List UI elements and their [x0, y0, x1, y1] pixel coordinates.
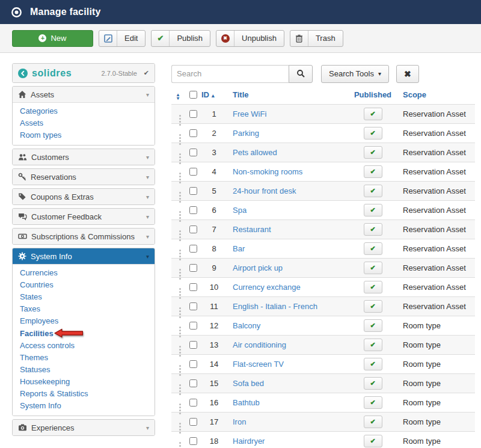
row-title-link[interactable]: Sofa bed: [233, 379, 264, 388]
sidebar-section-reservations[interactable]: Reservations▾: [13, 169, 155, 185]
drag-handle-icon[interactable]: [179, 134, 181, 136]
published-toggle-button[interactable]: ✔: [364, 358, 382, 370]
drag-handle-icon[interactable]: [179, 288, 181, 290]
column-sort-published[interactable]: Published: [354, 90, 391, 99]
sidebar-section-customers[interactable]: Customers▾: [13, 149, 155, 165]
row-checkbox[interactable]: [189, 206, 197, 214]
sidebar-item-employees[interactable]: Employees: [13, 315, 155, 327]
published-toggle-button[interactable]: ✔: [364, 108, 382, 120]
row-title-link[interactable]: Flat-screen TV: [233, 360, 284, 369]
row-title-link[interactable]: Non-smoking rooms: [233, 167, 302, 176]
row-checkbox[interactable]: [189, 341, 197, 349]
unpublish-button[interactable]: ✖ Unpublish: [216, 30, 284, 47]
sidebar-item-taxes[interactable]: Taxes: [13, 303, 155, 315]
column-sort-id[interactable]: ID▴: [201, 90, 215, 99]
sidebar-section-subscriptions-commissions[interactable]: Subscriptions & Commissions▾: [13, 229, 155, 244]
drag-handle-icon[interactable]: [179, 346, 181, 348]
sidebar-section-coupons-extras[interactable]: Coupons & Extras▾: [13, 189, 155, 204]
row-title-link[interactable]: Air conditioning: [233, 340, 286, 349]
search-input[interactable]: [171, 65, 289, 83]
sidebar-item-statuses[interactable]: Statuses: [13, 364, 155, 376]
drag-handle-icon[interactable]: [179, 423, 181, 425]
clear-search-button[interactable]: ✖: [396, 65, 419, 83]
row-checkbox[interactable]: [189, 437, 197, 445]
published-toggle-button[interactable]: ✔: [364, 146, 382, 159]
row-checkbox[interactable]: [189, 360, 197, 368]
row-checkbox[interactable]: [189, 110, 197, 118]
row-checkbox[interactable]: [189, 418, 197, 426]
row-checkbox[interactable]: [189, 129, 197, 137]
search-tools-button[interactable]: Search Tools ▾: [321, 65, 389, 83]
drag-handle-icon[interactable]: [179, 404, 181, 405]
published-toggle-button[interactable]: ✔: [364, 262, 382, 274]
row-checkbox[interactable]: [189, 245, 197, 253]
drag-handle-icon[interactable]: [179, 269, 181, 271]
row-title-link[interactable]: 24-hour front desk: [233, 186, 296, 195]
row-checkbox[interactable]: [189, 187, 197, 195]
drag-handle-icon[interactable]: [179, 115, 181, 117]
sidebar-item-room-types[interactable]: Room types: [13, 129, 155, 141]
published-toggle-button[interactable]: ✔: [364, 223, 382, 236]
row-checkbox[interactable]: [189, 379, 197, 387]
drag-handle-icon[interactable]: [179, 384, 181, 386]
drag-handle-icon[interactable]: [179, 307, 181, 309]
row-title-link[interactable]: Bathtub: [233, 398, 260, 407]
row-checkbox[interactable]: [189, 149, 197, 156]
published-toggle-button[interactable]: ✔: [364, 204, 382, 216]
sidebar-section-assets[interactable]: Assets▾: [13, 87, 155, 102]
row-checkbox[interactable]: [189, 226, 197, 233]
column-sort-title[interactable]: Title: [233, 90, 249, 99]
published-toggle-button[interactable]: ✔: [364, 242, 382, 255]
row-title-link[interactable]: Spa: [233, 206, 247, 215]
published-toggle-button[interactable]: ✔: [364, 185, 382, 197]
sidebar-item-assets[interactable]: Assets: [13, 117, 155, 129]
edit-button[interactable]: Edit: [99, 30, 146, 47]
row-title-link[interactable]: Free WiFi: [233, 109, 266, 118]
ordering-sort-icon[interactable]: ▴▾: [177, 93, 179, 100]
sidebar-item-currencies[interactable]: Currencies: [13, 267, 155, 279]
select-all-checkbox[interactable]: [189, 91, 197, 99]
row-title-link[interactable]: Parking: [233, 129, 259, 138]
row-title-link[interactable]: Hairdryer: [233, 437, 265, 446]
drag-handle-icon[interactable]: [179, 327, 181, 328]
row-checkbox[interactable]: [189, 302, 197, 310]
row-checkbox[interactable]: [189, 322, 197, 330]
trash-button[interactable]: Trash: [290, 30, 343, 47]
drag-handle-icon[interactable]: [179, 192, 181, 194]
publish-button[interactable]: ✔ Publish: [151, 30, 210, 47]
drag-handle-icon[interactable]: [179, 211, 181, 213]
drag-handle-icon[interactable]: [179, 442, 181, 444]
row-title-link[interactable]: Restaurant: [233, 225, 271, 234]
search-submit-button[interactable]: [289, 65, 313, 83]
row-title-link[interactable]: Currency exchange: [233, 283, 301, 292]
solidres-back-icon[interactable]: [18, 69, 28, 78]
row-checkbox[interactable]: [189, 264, 197, 272]
published-toggle-button[interactable]: ✔: [364, 416, 382, 428]
sidebar-item-categories[interactable]: Categories: [13, 105, 155, 117]
published-toggle-button[interactable]: ✔: [364, 319, 382, 332]
row-checkbox[interactable]: [189, 399, 197, 407]
published-toggle-button[interactable]: ✔: [364, 339, 382, 351]
drag-handle-icon[interactable]: [179, 250, 181, 251]
sidebar-item-reports-statistics[interactable]: Reports & Statistics: [13, 388, 155, 400]
row-title-link[interactable]: Bar: [233, 244, 245, 253]
row-title-link[interactable]: Airport pick up: [233, 263, 283, 272]
row-title-link[interactable]: English - Italian - French: [233, 302, 317, 311]
row-title-link[interactable]: Pets allowed: [233, 148, 277, 157]
row-title-link[interactable]: Balcony: [233, 321, 260, 330]
column-sort-scope[interactable]: Scope: [403, 90, 426, 99]
sidebar-item-states[interactable]: States: [13, 291, 155, 303]
sidebar-item-themes[interactable]: Themes: [13, 352, 155, 364]
published-toggle-button[interactable]: ✔: [364, 435, 382, 447]
drag-handle-icon[interactable]: [179, 173, 181, 174]
new-button[interactable]: + New: [12, 30, 93, 47]
sidebar-item-system-info[interactable]: System Info: [13, 400, 155, 412]
sidebar-section-system-info[interactable]: System Info▾: [13, 248, 155, 264]
sidebar-item-access-controls[interactable]: Access controls: [13, 340, 155, 352]
published-toggle-button[interactable]: ✔: [364, 377, 382, 390]
row-checkbox[interactable]: [189, 283, 197, 291]
published-toggle-button[interactable]: ✔: [364, 396, 382, 409]
drag-handle-icon[interactable]: [179, 153, 181, 155]
sidebar-section-experiences[interactable]: Experiences▾: [13, 420, 155, 435]
row-title-link[interactable]: Iron: [233, 417, 246, 426]
